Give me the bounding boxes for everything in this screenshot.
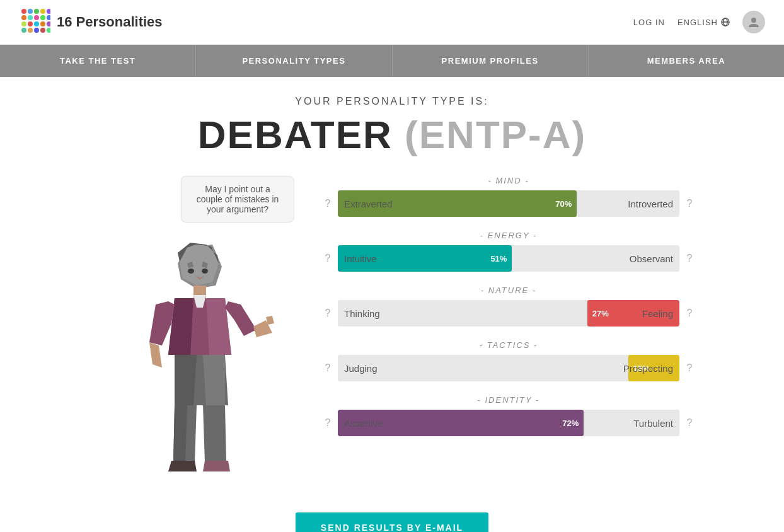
trait-category-2: - NATURE - xyxy=(323,286,695,295)
trait-category-4: - IDENTITY - xyxy=(323,395,695,405)
trait-help-left-2[interactable]: ? xyxy=(323,308,333,319)
svg-point-11 xyxy=(28,21,33,26)
svg-point-4 xyxy=(47,9,50,14)
trait-help-right-0[interactable]: ? xyxy=(684,198,695,209)
svg-marker-42 xyxy=(203,405,226,462)
svg-point-2 xyxy=(34,9,39,14)
svg-point-10 xyxy=(21,21,26,26)
nav-members-area[interactable]: MEMBERS AREA xyxy=(589,45,784,77)
trait-category-3: - TACTICS - xyxy=(323,340,695,350)
svg-marker-39 xyxy=(203,355,225,405)
send-button-container: SEND RESULTS BY E-MAIL xyxy=(89,512,695,532)
trait-help-right-4[interactable]: ? xyxy=(684,417,695,429)
trait-group-1: - ENERGY -?IntuitiveObservant51%? xyxy=(323,231,695,272)
nav-premium-profiles[interactable]: PREMIUM PROFILES xyxy=(393,45,589,77)
trait-help-right-2[interactable]: ? xyxy=(684,308,695,319)
trait-left-label-2: Thinking xyxy=(344,308,380,319)
trait-category-0: - MIND - xyxy=(323,176,695,185)
language-selector[interactable]: ENGLISH xyxy=(677,18,730,27)
nav-personality-types[interactable]: PERSONALITY TYPES xyxy=(196,45,392,77)
svg-point-16 xyxy=(28,28,33,33)
trait-left-label-3: Judging xyxy=(344,363,378,374)
trait-right-label-0: Introverted xyxy=(628,199,673,209)
trait-category-1: - ENERGY - xyxy=(323,231,695,240)
user-icon xyxy=(747,16,760,28)
content-area: May I point out a couple of mistakes in … xyxy=(89,176,695,494)
trait-left-label-0: Extraverted xyxy=(344,199,393,209)
character-illustration xyxy=(124,229,275,494)
trait-right-label-3: Prospecting xyxy=(623,363,673,374)
character-svg xyxy=(124,229,275,494)
svg-point-13 xyxy=(40,21,45,26)
trait-bar-container-4: AssertiveTurbulent72% xyxy=(338,410,679,436)
trait-right-label-1: Observant xyxy=(630,253,673,264)
svg-point-23 xyxy=(751,18,756,23)
speech-bubble: May I point out a couple of mistakes in … xyxy=(181,176,294,223)
trait-help-left-4[interactable]: ? xyxy=(323,417,333,429)
globe-icon xyxy=(721,18,730,26)
svg-marker-41 xyxy=(173,405,187,462)
trait-bar-container-3: JudgingProspecting15% xyxy=(338,355,679,381)
trait-help-right-3[interactable]: ? xyxy=(684,362,695,374)
trait-percent-0: 70% xyxy=(555,199,572,209)
trait-left-label-4: Assertive xyxy=(344,418,383,429)
personality-code: (ENTP-A) xyxy=(405,113,586,156)
trait-group-3: - TACTICS -?JudgingProspecting15%? xyxy=(323,340,695,381)
trait-percent-1: 51% xyxy=(490,254,507,263)
svg-point-12 xyxy=(34,21,39,26)
trait-percent-4: 72% xyxy=(562,419,579,428)
header-right: LOG IN ENGLISH xyxy=(633,11,765,33)
trait-percent-2: 27% xyxy=(592,309,609,318)
svg-marker-43 xyxy=(168,461,197,471)
logo-area[interactable]: 16 Personalities xyxy=(19,6,163,38)
site-header: 16 Personalities LOG IN ENGLISH xyxy=(0,0,784,45)
svg-point-7 xyxy=(34,15,39,20)
trait-group-4: - IDENTITY -?AssertiveTurbulent72%? xyxy=(323,395,695,436)
svg-point-9 xyxy=(47,15,50,20)
svg-point-5 xyxy=(21,15,26,20)
trait-group-0: - MIND -?ExtravertedIntroverted70%? xyxy=(323,176,695,217)
svg-point-6 xyxy=(28,15,33,20)
trait-help-right-1[interactable]: ? xyxy=(684,253,695,264)
trait-right-label-2: Feeling xyxy=(642,308,673,319)
main-nav: TAKE THE TEST PERSONALITY TYPES PREMIUM … xyxy=(0,45,784,77)
svg-marker-44 xyxy=(203,461,230,471)
trait-group-2: - NATURE -?ThinkingFeeling27%? xyxy=(323,286,695,327)
login-button[interactable]: LOG IN xyxy=(633,18,665,27)
svg-point-3 xyxy=(40,9,45,14)
svg-point-15 xyxy=(21,28,26,33)
trait-left-label-1: Intuitive xyxy=(344,253,377,264)
svg-point-17 xyxy=(34,28,39,33)
logo-icon xyxy=(19,6,50,38)
trait-row-1: ?IntuitiveObservant51%? xyxy=(323,245,695,272)
svg-point-8 xyxy=(40,15,45,20)
trait-help-left-1[interactable]: ? xyxy=(323,253,333,264)
nav-take-test[interactable]: TAKE THE TEST xyxy=(0,45,196,77)
trait-bar-container-1: IntuitiveObservant51% xyxy=(338,245,679,272)
trait-row-0: ?ExtravertedIntroverted70%? xyxy=(323,190,695,217)
character-section: May I point out a couple of mistakes in … xyxy=(89,176,310,494)
trait-row-4: ?AssertiveTurbulent72%? xyxy=(323,410,695,436)
personality-title: DEBATER (ENTP-A) xyxy=(89,112,695,157)
send-results-button[interactable]: SEND RESULTS BY E-MAIL xyxy=(296,512,488,532)
trait-help-left-3[interactable]: ? xyxy=(323,362,333,374)
svg-point-0 xyxy=(21,9,26,14)
trait-help-left-0[interactable]: ? xyxy=(323,198,333,209)
svg-marker-33 xyxy=(149,342,162,367)
svg-point-14 xyxy=(47,21,50,26)
result-subtitle: YOUR PERSONALITY TYPE IS: xyxy=(89,96,695,107)
svg-point-19 xyxy=(47,28,50,33)
trait-bar-container-2: ThinkingFeeling27% xyxy=(338,300,679,327)
trait-row-2: ?ThinkingFeeling27%? xyxy=(323,300,695,327)
trait-bar-container-0: ExtravertedIntroverted70% xyxy=(338,190,679,217)
trait-row-3: ?JudgingProspecting15%? xyxy=(323,355,695,381)
svg-marker-34 xyxy=(225,301,257,336)
logo-text: 16 Personalities xyxy=(57,14,163,30)
personality-name: DEBATER xyxy=(198,113,393,156)
traits-section: - MIND -?ExtravertedIntroverted70%?- ENE… xyxy=(323,176,695,450)
user-avatar[interactable] xyxy=(742,11,765,33)
svg-marker-38 xyxy=(175,355,197,405)
main-content: YOUR PERSONALITY TYPE IS: DEBATER (ENTP-… xyxy=(77,77,707,532)
svg-point-18 xyxy=(40,28,45,33)
svg-point-1 xyxy=(28,9,33,14)
